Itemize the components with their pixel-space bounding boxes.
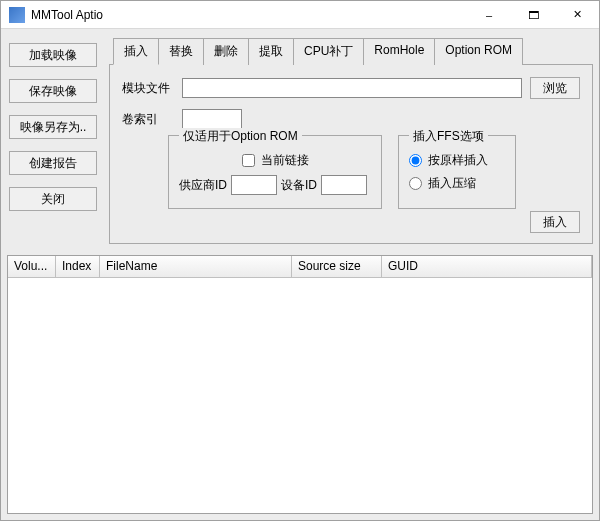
app-window: MMTool Aptio – 🗖 ✕ 加载映像 保存映像 映像另存为.. 创建报… xyxy=(0,0,600,521)
radio-insert-compress-row[interactable]: 插入压缩 xyxy=(409,175,505,192)
col-index[interactable]: Index xyxy=(56,256,100,277)
tab-strip: 插入 替换 删除 提取 CPU补丁 RomHole Option ROM xyxy=(109,38,593,65)
radio-insert-compress-label: 插入压缩 xyxy=(428,175,476,192)
module-table: Volu... Index FileName Source size GUID xyxy=(7,255,593,514)
window-title: MMTool Aptio xyxy=(31,8,103,22)
insert-button[interactable]: 插入 xyxy=(530,211,580,233)
vendor-id-input[interactable] xyxy=(231,175,277,195)
group-ffs-legend: 插入FFS选项 xyxy=(409,128,488,145)
current-link-label: 当前链接 xyxy=(261,152,309,169)
group-option-rom: 仅适用于Option ROM 当前链接 供应商ID 设备ID xyxy=(168,135,382,209)
radio-insert-asis-label: 按原样插入 xyxy=(428,152,488,169)
group-option-rom-legend: 仅适用于Option ROM xyxy=(179,128,302,145)
radio-insert-asis[interactable] xyxy=(409,154,422,167)
save-image-as-button[interactable]: 映像另存为.. xyxy=(9,115,97,139)
table-body[interactable] xyxy=(8,278,592,513)
save-image-button[interactable]: 保存映像 xyxy=(9,79,97,103)
tab-extract[interactable]: 提取 xyxy=(248,38,294,65)
col-sourcesize[interactable]: Source size xyxy=(292,256,382,277)
group-ffs-options: 插入FFS选项 按原样插入 插入压缩 xyxy=(398,135,516,209)
tab-body-insert: 模块文件 浏览 卷索引 仅适用于Option ROM 当前链接 供应商ID xyxy=(109,64,593,244)
radio-insert-compress[interactable] xyxy=(409,177,422,190)
close-file-button[interactable]: 关闭 xyxy=(9,187,97,211)
radio-insert-asis-row[interactable]: 按原样插入 xyxy=(409,152,505,169)
volume-index-input[interactable] xyxy=(182,109,242,129)
tab-option-rom[interactable]: Option ROM xyxy=(434,38,523,65)
vendor-id-label: 供应商ID xyxy=(179,177,227,194)
browse-button[interactable]: 浏览 xyxy=(530,77,580,99)
minimize-button[interactable]: – xyxy=(467,1,511,29)
tab-cpu-patch[interactable]: CPU补丁 xyxy=(293,38,364,65)
table-header: Volu... Index FileName Source size GUID xyxy=(8,256,592,278)
device-id-label: 设备ID xyxy=(281,177,317,194)
tab-romhole[interactable]: RomHole xyxy=(363,38,435,65)
tab-panel: 插入 替换 删除 提取 CPU补丁 RomHole Option ROM 模块文… xyxy=(109,37,593,247)
sidebar: 加载映像 保存映像 映像另存为.. 创建报告 关闭 xyxy=(9,43,97,211)
app-icon xyxy=(9,7,25,23)
module-file-label: 模块文件 xyxy=(122,80,174,97)
tab-insert[interactable]: 插入 xyxy=(113,38,159,65)
col-filename[interactable]: FileName xyxy=(100,256,292,277)
col-guid[interactable]: GUID xyxy=(382,256,592,277)
close-button[interactable]: ✕ xyxy=(555,1,599,29)
maximize-button[interactable]: 🗖 xyxy=(511,1,555,29)
device-id-input[interactable] xyxy=(321,175,367,195)
tab-replace[interactable]: 替换 xyxy=(158,38,204,65)
load-image-button[interactable]: 加载映像 xyxy=(9,43,97,67)
current-link-checkbox[interactable] xyxy=(242,154,255,167)
titlebar: MMTool Aptio – 🗖 ✕ xyxy=(1,1,599,29)
current-link-checkbox-row[interactable]: 当前链接 xyxy=(179,152,371,169)
module-file-input[interactable] xyxy=(182,78,522,98)
client-area: 加载映像 保存映像 映像另存为.. 创建报告 关闭 插入 替换 删除 提取 CP… xyxy=(1,29,599,520)
volume-index-label: 卷索引 xyxy=(122,111,174,128)
col-volume[interactable]: Volu... xyxy=(8,256,56,277)
create-report-button[interactable]: 创建报告 xyxy=(9,151,97,175)
tab-delete[interactable]: 删除 xyxy=(203,38,249,65)
